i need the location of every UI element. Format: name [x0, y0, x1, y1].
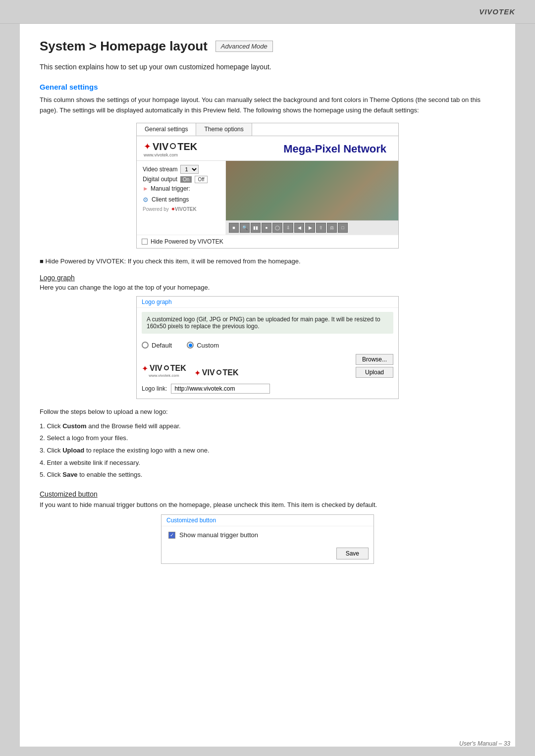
logo-tek: TEK — [177, 141, 197, 152]
page-title: System > Homepage layout — [40, 39, 208, 54]
intro-text: This section explains how to set up your… — [40, 63, 495, 71]
ctrl-btn-11[interactable]: □ — [338, 223, 348, 233]
preview-footer: Hide Powered by VIVOTEK — [137, 235, 398, 248]
video-stream-row: Video stream 1 — [143, 165, 219, 174]
ctrl-btn-7[interactable]: ◀ — [294, 223, 304, 233]
logo-graph-info: A customized logo (Gif, JPG or PNG) can … — [142, 312, 393, 334]
preview-box: General settings Theme options ✦ VIVTEK — [136, 123, 399, 249]
brand-name: VIVOTEK — [479, 7, 515, 16]
ctrl-btn-5[interactable]: ◯ — [272, 223, 282, 233]
tab-general-settings[interactable]: General settings — [137, 123, 196, 136]
general-settings-desc: This column shows the settings of your h… — [40, 95, 495, 116]
logo-graph-box: Logo graph A customized logo (Gif, JPG o… — [136, 296, 399, 399]
steps-intro: Follow the steps below to upload a new l… — [40, 408, 495, 415]
gear-icon: ⚙ — [143, 196, 149, 203]
mega-pixel-title: Mega-Pixel Network — [283, 143, 391, 155]
preview-tabs: General settings Theme options — [137, 123, 398, 136]
logo-row: ✦ VIVTEK www.vivotek.com ✦ VIVTEK Browse… — [137, 351, 398, 382]
logo-graph-title: Logo graph — [137, 297, 398, 308]
digital-output-row: Digital output On Off — [143, 176, 219, 183]
ctrl-btn-2[interactable]: 🔍 — [240, 223, 250, 233]
custom-logo-tek: TEK — [223, 368, 239, 377]
ctrl-btn-3[interactable]: ▮▮ — [251, 223, 261, 233]
top-bar: VIVOTEK — [0, 0, 535, 24]
upload-button[interactable]: Upload — [356, 367, 393, 378]
step-3: 3. Click Upload to replace the existing … — [40, 445, 495, 457]
powered-brand: ✦VIVOTEK — [171, 206, 197, 212]
logo-custom: ✦ VIVTEK — [194, 368, 239, 378]
logo-graph-desc: Here you can change the logo at the top … — [40, 284, 495, 291]
ctrl-btn-8[interactable]: ▶ — [305, 223, 315, 233]
ctrl-btn-10[interactable]: ⚖ — [327, 223, 337, 233]
step-1: 1. Click Custom and the Browse field wil… — [40, 420, 495, 433]
logo-link-input[interactable] — [171, 384, 270, 394]
ctrl-btn-6[interactable]: ⇩ — [283, 223, 293, 233]
preview-right: ■ 🔍 ▮▮ ● ◯ ⇩ ◀ ▶ ⇧ ⚖ □ — [226, 161, 398, 235]
customized-button-box: Customized button ✓ Show manual trigger … — [161, 514, 374, 564]
custom-radio[interactable] — [187, 342, 194, 349]
general-settings-heading: General settings — [40, 83, 495, 91]
preview-controls-row: ■ 🔍 ▮▮ ● ◯ ⇩ ◀ ▶ ⇧ ⚖ □ — [226, 220, 398, 235]
default-radio[interactable] — [142, 342, 149, 349]
custom-radio-label[interactable]: Custom — [187, 342, 219, 349]
hide-powered-checkbox[interactable] — [142, 239, 148, 245]
content-area: System > Homepage layout Advanced Mode T… — [20, 24, 515, 747]
default-logo-o-icon — [164, 365, 169, 370]
step-2: 2. Select a logo from your files. — [40, 432, 495, 445]
advanced-mode-badge: Advanced Mode — [215, 41, 273, 52]
vivotek-logo: ✦ VIVTEK www.vivotek.com — [144, 141, 197, 157]
preview-header: ✦ VIVTEK www.vivotek.com Mega-Pixel Netw… — [137, 136, 398, 161]
save-button[interactable]: Save — [336, 548, 369, 559]
ctrl-btn-9[interactable]: ⇧ — [316, 223, 326, 233]
logo-graph-options: Default Custom — [137, 338, 398, 351]
default-logo-img: ✦ VIVTEK — [142, 364, 186, 373]
tab-theme-options[interactable]: Theme options — [196, 123, 252, 136]
arrow-right-icon: ► — [143, 185, 149, 192]
manual-trigger-row: ► Manual trigger: — [143, 185, 219, 192]
customized-button-heading: Customized button — [40, 490, 495, 498]
logo-url: www.vivotek.com — [144, 152, 178, 157]
default-radio-label[interactable]: Default — [142, 342, 172, 349]
browse-button[interactable]: Browse... — [356, 354, 393, 365]
custom-btn-title: Customized button — [161, 515, 374, 526]
default-logo-tek: TEK — [170, 364, 186, 373]
logo-bird-icon: ✦ — [144, 142, 151, 151]
powered-by-row: Powered by ✦VIVOTEK — [143, 206, 219, 212]
ctrl-btn-4[interactable]: ● — [262, 223, 271, 233]
preview-content: ✦ VIVTEK www.vivotek.com Mega-Pixel Netw… — [137, 136, 398, 248]
logo-o-icon — [170, 143, 176, 149]
custom-logo-viv: VIV — [202, 368, 215, 377]
preview-left: Video stream 1 Digital output On Off — [137, 161, 226, 235]
steps-list: 1. Click Custom and the Browse field wil… — [40, 420, 495, 481]
custom-logo-img: ✦ VIVTEK — [194, 368, 239, 378]
custom-logo-bird-icon: ✦ — [194, 368, 201, 378]
custom-logo-o-icon — [216, 370, 221, 375]
logo-default: ✦ VIVTEK www.vivotek.com — [142, 364, 186, 378]
off-button[interactable]: Off — [195, 176, 207, 183]
video-stream-select[interactable]: 1 — [180, 165, 199, 174]
logo-graph-heading: Logo graph — [40, 274, 495, 282]
default-logo-bird-icon: ✦ — [142, 364, 148, 373]
client-settings-row: ⚙ Client settings — [143, 196, 219, 203]
custom-btn-content: ✓ Show manual trigger button — [161, 526, 374, 544]
on-button[interactable]: On — [180, 176, 192, 183]
logo-link-row: Logo link: — [137, 382, 398, 399]
logo-viv: VIV — [153, 141, 168, 152]
save-row: Save — [161, 544, 374, 563]
default-logo-viv: VIV — [150, 364, 162, 373]
step-4: 4. Enter a website link if necessary. — [40, 457, 495, 469]
default-logo-url: www.vivotek.com — [149, 373, 179, 378]
show-manual-trigger-checkbox[interactable]: ✓ — [168, 532, 175, 539]
ctrl-btn-1[interactable]: ■ — [229, 223, 239, 233]
page-title-row: System > Homepage layout Advanced Mode — [40, 39, 495, 54]
bullet-text: ■ Hide Powered by VIVOTEK: If you check … — [40, 257, 495, 265]
footer-text: User's Manual – 33 — [459, 740, 510, 747]
browse-upload-col: Browse... Upload — [356, 354, 393, 378]
preview-body: Video stream 1 Digital output On Off — [137, 161, 398, 235]
camera-preview-image — [226, 161, 398, 220]
step-5: 5. Click Save to enable the settings. — [40, 469, 495, 481]
customized-button-desc: If you want to hide manual trigger butto… — [40, 501, 495, 508]
